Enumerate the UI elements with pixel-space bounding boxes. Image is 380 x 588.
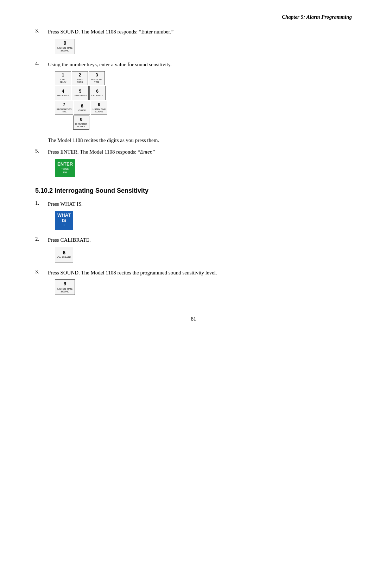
step-3-num: 3. [35,28,48,34]
key-7-label: RECOGNITIONTIME [57,108,71,113]
key-2-label: VOICEREPS [77,79,83,83]
section-step-2-line: 2. Press CALIBRATE. [35,236,352,244]
section-step-1-text: Press WHAT IS. [48,200,83,208]
keypad-row-1: 1 CALLDELAY 2 VOICEREPS 3 INTERCALLTIME [55,71,107,85]
step-3-text: Press SOUND. The Model 1108 responds: “E… [48,28,173,36]
step-5-text: Press ENTER. The Model 1108 responds: “E… [48,148,155,156]
step-3-line: 3. Press SOUND. The Model 1108 responds:… [35,28,352,36]
sound2-key-number: 9 [64,281,66,286]
section-step-3-num: 3. [35,269,48,275]
section-step-1-num: 1. [35,200,48,206]
step-4-line: 4. Using the number keys, enter a value … [35,61,352,69]
section-step-2-num: 2. [35,236,48,242]
key-0-number: 0 [80,117,82,122]
sound-key-label: LISTEN TIMESOUND [57,47,72,52]
whatis-key-number: WHATIS [57,213,71,223]
enter-key-number: ENTER [57,162,73,167]
key-3-label: INTERCALLTIME [91,79,102,83]
key-2[interactable]: 2 VOICEREPS [72,71,88,85]
key-6[interactable]: 6 CALIBRATE [89,86,106,100]
key-7[interactable]: 7 RECOGNITIONTIME [55,101,73,115]
sound2-key-button[interactable]: 9 LISTEN TIMESOUND [55,279,75,295]
section-step-1-block: 1. Press WHAT IS. WHATIS * [35,200,352,230]
sound-key-number: 9 [64,41,66,46]
chapter-header: Chapter 5: Alarm Programming [35,14,352,21]
step-5-block: 5. Press ENTER. The Model 1108 responds:… [35,148,352,177]
key-4-label: MAX CALLS [57,94,69,97]
calibrate-key-image-wrap: 6 CALIBRATE [55,247,352,262]
key-8-label: CLOCK [78,109,86,112]
keypad-row-3: 7 RECOGNITIONTIME 8 CLOCK 9 LISTEN TIMES… [55,101,107,115]
keypad-row-4: 0 ID NUMBERPOWER [55,116,107,130]
key-4[interactable]: 4 MAX CALLS [55,86,71,100]
key-9[interactable]: 9 LISTEN TIMESOUND [91,101,107,115]
section-step-3-block: 3. Press SOUND. The Model 1108 recites t… [35,269,352,295]
enter-key-label: TONEPM [61,167,69,174]
key-4-number: 4 [62,89,64,94]
key-9-number: 9 [98,103,100,107]
step-4-num: 4. [35,61,48,67]
section-step-1-line: 1. Press WHAT IS. [35,200,352,208]
calibrate-key-label: CALIBRATE [57,256,71,259]
whatis-key-label: * [63,224,65,228]
key-5-label: TEMP LIMITS [74,94,87,97]
key-0-label: ID NUMBERPOWER [75,123,87,128]
section-step-3-line: 3. Press SOUND. The Model 1108 recites t… [35,269,352,277]
whatis-key-image-wrap: WHATIS * [55,211,352,230]
key-8[interactable]: 8 CLOCK [74,101,90,115]
sound-key-image-wrap: 9 LISTEN TIMESOUND [55,39,352,54]
key-1-label: CALLDELAY [59,79,66,83]
page-number: 81 [35,316,352,322]
keypad-grid: 1 CALLDELAY 2 VOICEREPS 3 INTERCALLTIME … [55,71,107,130]
calibrate-key-number: 6 [63,250,65,255]
calibrate-key-button[interactable]: 6 CALIBRATE [55,247,73,262]
enter-key-image-wrap: ENTER TONEPM [55,159,352,177]
section-step-3-text: Press SOUND. The Model 1108 recites the … [48,269,217,277]
whatis-key-button[interactable]: WHATIS * [55,211,73,230]
plain-text-1: The Model 1108 recites the digits as you… [48,136,352,144]
key-8-number: 8 [81,104,83,109]
sound-key-button[interactable]: 9 LISTEN TIMESOUND [55,39,75,54]
key-0[interactable]: 0 ID NUMBERPOWER [73,116,89,130]
key-9-label: LISTEN TIMESOUND [93,108,106,113]
key-2-number: 2 [79,73,81,78]
section-heading: 5.10.2 Interrogating Sound Sensitivity [35,187,352,194]
enter-key-button[interactable]: ENTER TONEPM [55,159,75,177]
section-step-2-text: Press CALIBRATE. [48,236,91,244]
step-3-block: 3. Press SOUND. The Model 1108 responds:… [35,28,352,54]
key-1-number: 1 [62,73,64,78]
step-4-block: 4. Using the number keys, enter a value … [35,61,352,130]
keypad-image-wrap: 1 CALLDELAY 2 VOICEREPS 3 INTERCALLTIME … [55,71,352,130]
keypad-row-2: 4 MAX CALLS 5 TEMP LIMITS 6 CALIBRATE [55,86,107,100]
section-step-2-block: 2. Press CALIBRATE. 6 CALIBRATE [35,236,352,262]
step-5-line: 5. Press ENTER. The Model 1108 responds:… [35,148,352,156]
key-6-number: 6 [96,89,99,94]
key-5[interactable]: 5 TEMP LIMITS [72,86,89,100]
key-7-number: 7 [63,103,65,107]
sound2-key-label: LISTEN TIMESOUND [57,287,72,293]
step-4-text: Using the number keys, enter a value for… [48,61,172,69]
key-3[interactable]: 3 INTERCALLTIME [89,71,105,85]
key-5-number: 5 [79,89,81,94]
step-5-num: 5. [35,148,48,154]
key-1[interactable]: 1 CALLDELAY [55,71,71,85]
key-3-number: 3 [96,73,98,78]
key-6-label: CALIBRATE [91,94,103,97]
sound2-key-image-wrap: 9 LISTEN TIMESOUND [55,279,352,295]
